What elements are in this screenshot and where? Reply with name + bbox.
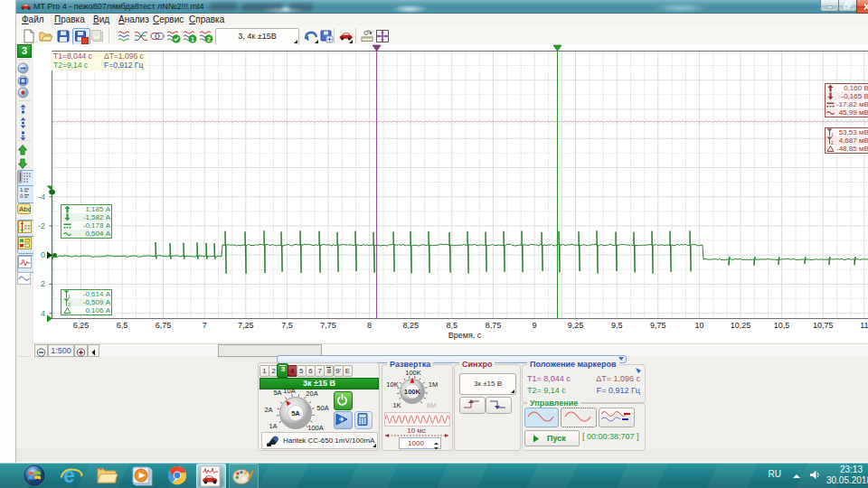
dial-label-20A: 20A: [306, 389, 317, 398]
sample-count-spinner[interactable]: 1000: [399, 437, 433, 449]
channel-button-8[interactable]: 8: [324, 365, 334, 377]
waves-check-button[interactable]: [165, 28, 182, 44]
tray-chevron-icon[interactable]: [792, 474, 801, 479]
waves-2-button[interactable]: 2: [198, 28, 214, 44]
sweep-wave-preview: [384, 412, 450, 427]
x-tick-label: 10,5: [774, 321, 790, 330]
calculator-button[interactable]: [354, 411, 373, 429]
taskbar-paint[interactable]: [229, 464, 259, 488]
sensor-dropdown-icon: [373, 444, 376, 447]
y-tick-label: -4: [38, 192, 45, 202]
zoom-out-button[interactable]: [34, 344, 48, 357]
fit-scale-button[interactable]: [374, 28, 391, 44]
sweep-rate-dial[interactable]: 100K100K10K1M1K6M: [384, 369, 449, 412]
measure-refresh-button[interactable]: [359, 28, 375, 44]
open-file-button[interactable]: [38, 28, 54, 44]
channel-button-label: 6: [308, 367, 312, 375]
titlebar-glare: [392, 5, 428, 14]
elapsed-time: [ 00:00:38:707 ]: [582, 432, 639, 441]
red-wave-view-button[interactable]: [17, 255, 34, 273]
taskbar-media-player[interactable]: [128, 464, 156, 487]
oscilloscope-plot[interactable]: 6,256,56,7577,257,57,7588,258,58,7599,25…: [33, 44, 868, 343]
min-icon: [61, 213, 73, 221]
menu-Сервис[interactable]: Сервис: [148, 14, 188, 25]
channel-button-label: 9': [335, 367, 341, 375]
x-tick-label: 10,25: [731, 321, 751, 330]
stat-row: 1,185 А: [61, 205, 111, 213]
spinner-buttons[interactable]: [432, 437, 441, 449]
power-button[interactable]: [334, 391, 353, 410]
panel-collapse-icon[interactable]: [635, 367, 642, 374]
scroll-left-button[interactable]: [88, 344, 99, 357]
svg-text:2: 2: [68, 302, 71, 306]
overlay-waves-button[interactable]: [149, 28, 165, 44]
channel-button-label: 8: [327, 367, 331, 375]
save-fragment-button[interactable]: [72, 28, 90, 46]
falling-edge-button[interactable]: [486, 397, 512, 414]
x-tick-label: 9,25: [568, 321, 584, 330]
taskbar-chrome[interactable]: [164, 464, 191, 487]
y-tick-label: -2: [38, 221, 45, 230]
zoom-in-button[interactable]: [74, 344, 88, 357]
marker-t2-handle[interactable]: [553, 45, 561, 52]
tray-speaker-icon[interactable]: [809, 469, 821, 481]
restore-button[interactable]: [838, 0, 857, 12]
menu-Правка[interactable]: Правка: [50, 14, 90, 25]
chart-area[interactable]: 6,256,56,7577,257,57,7588,258,58,7599,25…: [33, 44, 868, 343]
taskbar-explorer-folder[interactable]: [93, 464, 120, 487]
marker-t1-handle[interactable]: [373, 45, 381, 52]
single-capture-mode-button[interactable]: [524, 408, 559, 427]
titlebar[interactable]: MT Pro 4 - пежо807лямбда8тест лN№2!!!.mt…: [16, 0, 868, 14]
current-range-dial[interactable]: 5A10A20A5A50A2A1A100A: [259, 387, 334, 432]
menu-Справка[interactable]: Справка: [184, 14, 229, 25]
dial-label-100A: 100A: [307, 424, 324, 432]
run-button[interactable]: Пуск: [524, 430, 580, 446]
tray-language[interactable]: RU: [769, 469, 781, 479]
range-combo[interactable]: 3, 4к ±15В: [215, 28, 299, 45]
dial-label-10A: 10A: [283, 387, 295, 395]
channel-button-E[interactable]: E: [343, 365, 353, 377]
analyze-waves-button[interactable]: [117, 28, 133, 44]
thresholds-button[interactable]: [17, 236, 34, 254]
close-button[interactable]: [856, 0, 868, 14]
stat-row: -0,178 А: [61, 221, 111, 230]
labels-button[interactable]: Abc: [17, 202, 33, 219]
sine-preview-icon: [385, 413, 449, 426]
stat-value: 53,53 мВ: [835, 128, 868, 136]
stat-row: 24,687 мВ: [826, 136, 868, 145]
current-axis-top-icon[interactable]: [49, 190, 54, 194]
sync-source-dropdown[interactable]: 3к ±15 В: [459, 373, 516, 395]
save-screen-button[interactable]: [318, 28, 335, 44]
run-button-label: Пуск: [547, 434, 566, 443]
rising-edge-button[interactable]: [459, 397, 486, 414]
channel-button-9'[interactable]: 9': [334, 365, 344, 377]
waves-1-button[interactable]: 1: [182, 28, 198, 44]
roll-mode-button[interactable]: [599, 408, 635, 427]
sensor-selector[interactable]: Hantek CC-650 1mV/100mA: [261, 432, 378, 449]
menu-Файл[interactable]: Файл: [17, 14, 49, 25]
save-file-button[interactable]: [55, 28, 71, 44]
car-button[interactable]: [337, 28, 354, 44]
compare-waves-button[interactable]: [133, 28, 149, 44]
blue-wave-view-button[interactable]: [17, 272, 33, 288]
digital-values-button[interactable]: 10: [17, 185, 34, 203]
minimize-button[interactable]: [820, 0, 839, 12]
new-file-button[interactable]: [21, 28, 37, 44]
autoset-button[interactable]: [334, 411, 353, 429]
restore-icon: [839, 0, 856, 11]
continuous-capture-mode-button[interactable]: [561, 408, 597, 427]
tray-clock[interactable]: 23:1330.05.2018: [826, 465, 868, 486]
sensor-name: Hantek CC-650 1mV/100mA: [283, 433, 373, 448]
taskbar-mtpro-window[interactable]: [196, 464, 226, 488]
marker-f-value: F= 0,912 Гц: [597, 386, 640, 395]
channel-button-4[interactable]: 4: [288, 365, 297, 377]
svg-text:1: 1: [191, 36, 194, 42]
channel-button-label: E: [345, 367, 350, 375]
menu-Вид[interactable]: Вид: [89, 14, 114, 25]
taskbar-start-button[interactable]: [23, 464, 46, 487]
measure-arrows-button[interactable]: [17, 220, 34, 238]
undo-button[interactable]: [303, 28, 319, 44]
stat-row: 0,160 В: [826, 84, 868, 92]
marker-tooltip: T1=8,044 сΔT=1,096 с T2=9,14 сF=0,912 Гц: [52, 52, 146, 70]
taskbar-internet-explorer[interactable]: e: [58, 464, 85, 487]
